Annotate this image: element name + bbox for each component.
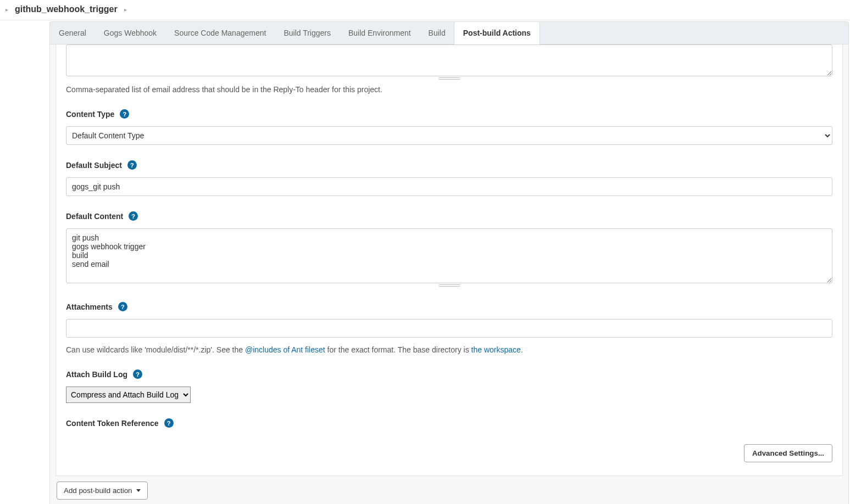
attachments-input[interactable] bbox=[66, 319, 832, 338]
content-type-label: Content Type ? bbox=[66, 109, 832, 119]
label-text: Default Content bbox=[66, 212, 123, 221]
help-text-part: for the exact format. The base directory… bbox=[325, 345, 471, 354]
help-icon[interactable]: ? bbox=[129, 211, 138, 221]
default-content-label: Default Content ? bbox=[66, 211, 832, 221]
button-label: Add post-build action bbox=[64, 486, 132, 495]
tab-build-environment[interactable]: Build Environment bbox=[340, 22, 420, 44]
attach-build-log-label: Attach Build Log ? bbox=[66, 369, 832, 379]
config-pane: Comma-separated list of email address th… bbox=[49, 44, 849, 504]
chevron-right-icon: ▸ bbox=[5, 7, 8, 13]
content-type-select[interactable]: Default Content Type bbox=[66, 126, 832, 145]
config-tabs: General Gogs Webhook Source Code Managem… bbox=[49, 21, 849, 44]
tab-build[interactable]: Build bbox=[420, 22, 454, 44]
help-icon[interactable]: ? bbox=[127, 160, 137, 170]
post-build-section: Comma-separated list of email address th… bbox=[55, 44, 843, 476]
reply-to-help-text: Comma-separated list of email address th… bbox=[66, 85, 832, 94]
tab-scm[interactable]: Source Code Management bbox=[165, 22, 275, 44]
default-subject-input[interactable] bbox=[66, 177, 832, 196]
label-text: Attach Build Log bbox=[66, 370, 127, 379]
help-icon[interactable]: ? bbox=[133, 369, 142, 379]
default-subject-label: Default Subject ? bbox=[66, 160, 832, 170]
advanced-settings-button[interactable]: Advanced Settings... bbox=[744, 444, 832, 462]
workspace-link[interactable]: the workspace bbox=[471, 345, 521, 354]
tab-post-build-actions[interactable]: Post-build Actions bbox=[454, 21, 540, 44]
content-token-reference-label: Content Token Reference ? bbox=[66, 418, 832, 428]
help-icon[interactable]: ? bbox=[164, 418, 174, 428]
breadcrumb-job-name[interactable]: github_webhook_trigger bbox=[15, 4, 118, 14]
help-text-part: . bbox=[521, 345, 523, 354]
reply-to-textarea[interactable] bbox=[66, 44, 832, 76]
tab-general[interactable]: General bbox=[50, 22, 95, 44]
default-content-textarea[interactable]: git push gogs webhook trigger build send… bbox=[66, 228, 832, 283]
resize-handle-icon[interactable] bbox=[438, 284, 460, 287]
label-text: Attachments bbox=[66, 303, 113, 311]
label-text: Content Type bbox=[66, 110, 114, 119]
add-post-build-action-button[interactable]: Add post-build action bbox=[57, 481, 148, 500]
attachments-label: Attachments ? bbox=[66, 302, 832, 311]
resize-handle-icon[interactable] bbox=[438, 77, 460, 80]
attach-build-log-select[interactable]: Compress and Attach Build Log bbox=[66, 387, 191, 403]
tab-gogs-webhook[interactable]: Gogs Webhook bbox=[95, 22, 165, 44]
ant-fileset-link[interactable]: @includes of Ant fileset bbox=[245, 345, 325, 354]
help-text-part: Can use wildcards like 'module/dist/**/*… bbox=[66, 345, 245, 354]
breadcrumb: ▸ github_webhook_trigger ▸ bbox=[0, 0, 850, 20]
help-icon[interactable]: ? bbox=[118, 302, 127, 311]
attachments-help-text: Can use wildcards like 'module/dist/**/*… bbox=[66, 345, 832, 354]
label-text: Default Subject bbox=[66, 161, 122, 170]
tab-build-triggers[interactable]: Build Triggers bbox=[275, 22, 340, 44]
label-text: Content Token Reference bbox=[66, 419, 159, 428]
caret-down-icon bbox=[136, 489, 141, 492]
help-icon[interactable]: ? bbox=[120, 109, 129, 119]
chevron-right-icon: ▸ bbox=[124, 7, 127, 13]
